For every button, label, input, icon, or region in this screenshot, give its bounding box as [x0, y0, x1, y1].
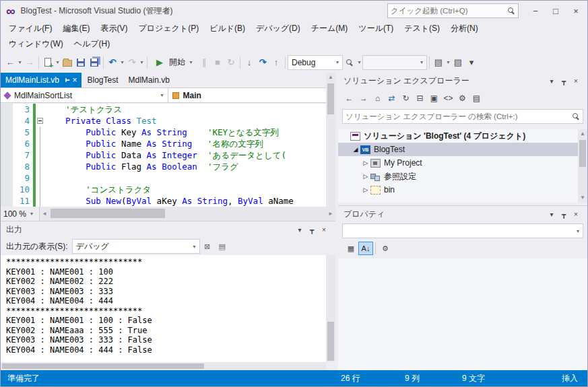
stop-button[interactable]: ■: [211, 55, 224, 70]
solution-search-input[interactable]: [346, 112, 572, 120]
step-out-button[interactable]: ↑: [269, 55, 283, 70]
outlining-margin[interactable]: [36, 172, 45, 184]
editor-tab[interactable]: MdlMainList.vb┳×: [1, 73, 81, 87]
new-file-dropdown-icon[interactable]: ▾: [55, 59, 61, 65]
outlining-margin[interactable]: [36, 138, 45, 149]
breakpoint-margin[interactable]: [1, 161, 13, 172]
se-collapse-all-button[interactable]: ⊟: [413, 92, 427, 105]
maximize-button[interactable]: □: [546, 3, 566, 19]
save-button[interactable]: [74, 55, 88, 70]
toolbar-options-button[interactable]: ▾: [465, 55, 478, 70]
solution-config-dropdown[interactable]: Debug ▾: [288, 55, 343, 70]
menu-item[interactable]: 表示(V): [95, 21, 133, 36]
tab-pin-icon[interactable]: ┳: [63, 78, 69, 81]
editor-tab[interactable]: MdlMain.vb: [124, 73, 174, 87]
new-file-button[interactable]: [41, 55, 55, 70]
collapsed-arrow-icon[interactable]: ▷: [361, 173, 370, 180]
code-line[interactable]: 4 Private Class Test: [1, 115, 335, 127]
output-close-icon[interactable]: ×: [318, 226, 330, 234]
output-vertical-scrollbar[interactable]: [326, 255, 335, 362]
tree-item[interactable]: ▷参照設定: [338, 170, 578, 183]
breakpoint-margin[interactable]: [1, 115, 13, 127]
menu-item[interactable]: プロジェクト(P): [133, 21, 204, 36]
close-button[interactable]: ×: [566, 3, 586, 19]
menu-item[interactable]: チーム(M): [306, 21, 354, 36]
open-file-button[interactable]: [61, 55, 74, 70]
breakpoint-margin[interactable]: [1, 149, 13, 161]
tree-item[interactable]: ▷My Project: [338, 156, 578, 170]
se-sync-button[interactable]: ⇄: [385, 92, 399, 105]
code-line[interactable]: 9: [1, 172, 335, 184]
se-home-button[interactable]: ⌂: [370, 92, 385, 105]
code-line[interactable]: 11 Sub New(ByVal aKey As String, ByVal a…: [1, 195, 335, 207]
se-show-all-files-button[interactable]: ▣: [427, 92, 441, 105]
menu-item[interactable]: テスト(S): [399, 21, 445, 36]
solution-explorer-close-icon[interactable]: ×: [570, 77, 582, 85]
tree-item[interactable]: ◢VBBlogTest: [338, 143, 578, 156]
code-line[interactable]: 7 Public Data As Integer 'あるデータとして(: [1, 149, 335, 161]
undo-button[interactable]: ↶: [106, 55, 119, 70]
output-window-position-icon[interactable]: ▾: [294, 226, 306, 234]
properties-position-icon[interactable]: ▾: [546, 211, 558, 218]
restart-button[interactable]: ↻: [224, 55, 238, 70]
member-dropdown[interactable]: Main ▾: [168, 88, 336, 102]
code-editor[interactable]: 3 'テストクラス4 Private Class Test5 Public Ke…: [1, 104, 335, 207]
pause-button[interactable]: ∥: [197, 55, 211, 70]
tree-scrollbar-thumb[interactable]: [579, 140, 586, 167]
menu-item[interactable]: デバッグ(D): [251, 21, 306, 36]
solution-explorer-pin-icon[interactable]: ┳: [558, 77, 570, 85]
collapsed-arrow-icon[interactable]: ▷: [361, 160, 370, 166]
code-line[interactable]: 5 Public Key As String 'KEYとなる文字列: [1, 127, 335, 138]
se-preview-button[interactable]: ▤: [469, 92, 484, 105]
find-in-files-button[interactable]: ▤: [432, 55, 445, 70]
se-forward-button[interactable]: →: [356, 92, 370, 105]
code-line[interactable]: 10 'コンストラクタ: [1, 184, 335, 195]
clear-output-button[interactable]: ⊠: [200, 242, 215, 251]
tree-vertical-scrollbar[interactable]: ▲ ▼: [578, 129, 587, 203]
menu-item[interactable]: ビルド(B): [204, 21, 251, 36]
editor-horizontal-scrollbar[interactable]: ◄ ►: [40, 207, 335, 221]
navigate-back-button[interactable]: ←: [3, 55, 17, 70]
tree-item[interactable]: ▷bin: [338, 183, 578, 197]
output-source-dropdown[interactable]: デバッグ ▾: [72, 239, 200, 254]
code-line[interactable]: 6 Public Name As String '名称の文字列: [1, 138, 335, 149]
quick-launch-box[interactable]: [387, 3, 519, 18]
undo-dropdown-icon[interactable]: ▾: [119, 59, 125, 65]
breakpoint-margin[interactable]: [1, 127, 13, 138]
menu-item[interactable]: ファイル(F): [3, 21, 57, 36]
breakpoint-margin[interactable]: [1, 138, 13, 149]
scroll-left-icon[interactable]: ◄: [40, 207, 49, 221]
zoom-dropdown[interactable]: 100 % ▾: [1, 207, 40, 221]
menu-item[interactable]: 分析(N): [445, 21, 484, 36]
tree-scroll-down-icon[interactable]: ▼: [578, 193, 587, 203]
breakpoint-margin[interactable]: [1, 184, 13, 195]
tree-item[interactable]: ソリューション 'BlogTest' (4 プロジェクト): [338, 129, 578, 143]
outlining-margin[interactable]: [36, 161, 45, 172]
editor-tab[interactable]: BlogTest: [82, 73, 123, 87]
code-line[interactable]: 3 'テストクラス: [1, 104, 335, 115]
tree-scroll-up-icon[interactable]: ▲: [578, 129, 587, 139]
properties-object-dropdown[interactable]: ▾: [342, 223, 583, 238]
solution-explorer-position-icon[interactable]: ▾: [546, 77, 558, 85]
properties-pin-icon[interactable]: ┳: [558, 211, 570, 218]
collapsed-arrow-icon[interactable]: ▷: [361, 186, 370, 193]
outlining-margin[interactable]: [36, 195, 45, 207]
toggle-wrap-button[interactable]: ▤: [215, 242, 230, 251]
expanded-arrow-icon[interactable]: ◢: [351, 146, 360, 153]
step-over-button[interactable]: ↷: [256, 55, 269, 70]
minimize-button[interactable]: −: [525, 3, 546, 19]
menu-item[interactable]: ウィンドウ(W): [3, 36, 69, 52]
editor-scrollbar-thumb[interactable]: [327, 83, 334, 114]
scroll-right-icon[interactable]: ►: [326, 207, 335, 221]
find-combo[interactable]: ▾: [362, 55, 427, 70]
redo-dropdown-icon[interactable]: ▾: [139, 59, 145, 65]
se-back-button[interactable]: ←: [342, 92, 356, 105]
outline-button[interactable]: ▤: [451, 55, 465, 70]
breakpoint-margin[interactable]: [1, 172, 13, 184]
menu-item[interactable]: 編集(E): [57, 21, 95, 36]
output-scrollbar-thumb[interactable]: [327, 322, 334, 361]
menu-item[interactable]: ツール(T): [353, 21, 399, 36]
alphabetical-button[interactable]: A↓: [358, 242, 373, 255]
step-into-button[interactable]: ↓: [242, 55, 256, 70]
outlining-margin[interactable]: [36, 104, 45, 115]
